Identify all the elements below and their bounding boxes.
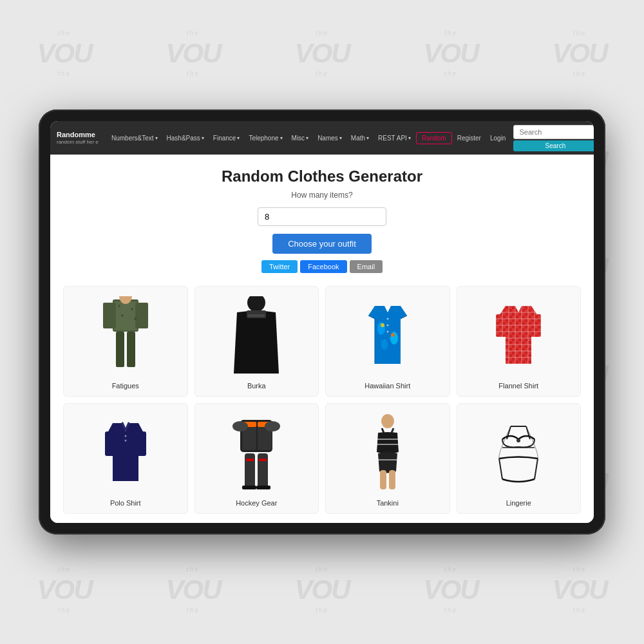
nav-misc[interactable]: Misc ▾ — [288, 132, 313, 144]
svg-rect-43 — [259, 459, 267, 461]
svg-point-19 — [386, 318, 388, 320]
svg-rect-52 — [380, 470, 386, 489]
svg-point-11 — [247, 296, 265, 312]
item-label-hockey: Hockey Gear — [236, 499, 277, 507]
subtitle: How many items? — [63, 191, 581, 200]
item-card-lingerie: Lingerie — [457, 403, 582, 514]
tablet-screen: Randomme random stuff her e Numbers&Text… — [50, 121, 594, 523]
item-label-hawaiian: Hawaiian Shirt — [365, 382, 410, 390]
search-button[interactable]: Search — [513, 140, 594, 151]
svg-rect-28 — [531, 314, 541, 337]
twitter-share-button[interactable]: Twitter — [261, 260, 298, 273]
svg-point-57 — [516, 439, 520, 442]
svg-rect-44 — [242, 486, 256, 489]
share-buttons: Twitter Facebook Email — [63, 260, 581, 273]
svg-point-17 — [381, 323, 384, 327]
item-card-hockey: Hockey Gear — [194, 403, 319, 514]
svg-rect-2 — [103, 303, 116, 328]
item-card-burka: Burka — [194, 286, 319, 397]
random-button[interactable]: Random — [416, 132, 452, 144]
item-image-tankini — [332, 410, 443, 494]
nav-numbers-text[interactable]: Numbers&Text ▾ — [108, 132, 162, 144]
nav-finance[interactable]: Finance ▾ — [209, 132, 244, 144]
item-card-fatigues: Fatigues — [63, 286, 188, 397]
search-container: Search — [513, 125, 594, 151]
navbar: Randomme random stuff her e Numbers&Text… — [50, 121, 594, 155]
nav-items: Numbers&Text ▾ Hash&Pass ▾ Finance ▾ Tel… — [108, 132, 509, 144]
item-image-flannel — [464, 293, 574, 377]
items-grid: Fatigues Burka — [63, 286, 581, 514]
svg-point-38 — [232, 421, 248, 431]
email-share-button[interactable]: Email — [350, 260, 383, 273]
svg-rect-3 — [135, 303, 148, 328]
item-label-burka: Burka — [247, 382, 266, 390]
quantity-input[interactable] — [258, 207, 386, 226]
svg-point-21 — [386, 331, 388, 333]
svg-point-46 — [381, 414, 394, 428]
svg-point-39 — [265, 421, 280, 431]
svg-point-18 — [391, 333, 395, 337]
register-link[interactable]: Register — [453, 132, 485, 144]
nav-telephone[interactable]: Telephone ▾ — [245, 132, 286, 144]
brand-name: Randomme — [57, 131, 99, 139]
main-content: Random Clothes Generator How many items?… — [50, 155, 594, 523]
svg-point-31 — [124, 435, 126, 437]
item-label-polo: Polo Shirt — [110, 499, 141, 507]
svg-rect-45 — [256, 486, 270, 489]
svg-point-7 — [131, 308, 133, 310]
svg-rect-30 — [136, 431, 146, 456]
item-card-polo: Polo Shirt — [63, 403, 188, 514]
nav-rest-api[interactable]: REST API ▾ — [374, 132, 415, 144]
svg-point-8 — [121, 314, 124, 317]
svg-rect-1 — [114, 301, 137, 330]
svg-point-20 — [386, 325, 388, 327]
login-link[interactable]: Login — [486, 132, 509, 144]
item-card-flannel: Flannel Shirt — [457, 286, 582, 397]
brand-logo[interactable]: Randomme random stuff her e — [57, 131, 99, 146]
tablet-frame: Randomme random stuff her e Numbers&Text… — [39, 109, 605, 535]
svg-point-9 — [134, 317, 137, 320]
item-card-tankini: Tankini — [325, 403, 450, 514]
item-label-tankini: Tankini — [377, 499, 399, 507]
svg-line-59 — [499, 459, 502, 479]
nav-math[interactable]: Math ▾ — [347, 132, 373, 144]
item-image-lingerie — [464, 410, 574, 494]
item-image-fatigues — [70, 293, 181, 377]
page-title: Random Clothes Generator — [63, 167, 581, 185]
nav-hash-pass[interactable]: Hash&Pass ▾ — [163, 132, 208, 144]
svg-rect-13 — [248, 314, 265, 317]
brand-subtitle: random stuff her e — [57, 139, 99, 146]
svg-rect-4 — [116, 332, 124, 367]
svg-point-16 — [381, 339, 388, 350]
item-image-polo — [70, 410, 181, 494]
choose-outfit-button[interactable]: Choose your outfit — [272, 234, 372, 254]
svg-rect-29 — [105, 431, 115, 456]
search-input[interactable] — [513, 125, 594, 139]
svg-line-60 — [535, 459, 538, 479]
svg-point-32 — [124, 440, 126, 442]
item-image-hawaiian — [332, 293, 443, 377]
item-label-lingerie: Lingerie — [506, 499, 531, 507]
item-label-fatigues: Fatigues — [112, 382, 139, 390]
facebook-share-button[interactable]: Facebook — [300, 260, 346, 273]
svg-rect-42 — [246, 459, 254, 461]
item-card-hawaiian: Hawaiian Shirt — [325, 286, 450, 397]
svg-rect-27 — [496, 314, 506, 337]
item-image-hockey — [202, 410, 312, 494]
item-image-burka — [202, 293, 312, 377]
item-label-flannel: Flannel Shirt — [498, 382, 538, 390]
svg-rect-53 — [389, 470, 395, 489]
svg-line-48 — [392, 428, 393, 433]
svg-line-47 — [382, 428, 384, 433]
svg-point-6 — [118, 305, 120, 307]
nav-names[interactable]: Names ▾ — [314, 132, 346, 144]
svg-rect-5 — [127, 332, 135, 367]
